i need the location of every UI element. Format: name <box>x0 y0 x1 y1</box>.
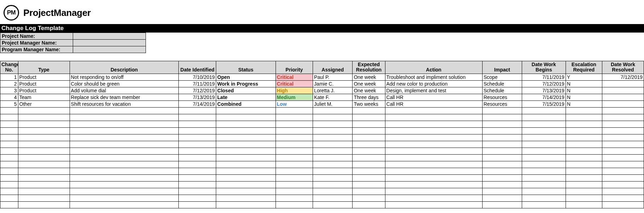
cell-empty[interactable] <box>0 201 18 208</box>
cell-date-wb[interactable]: 7/11/2019 <box>522 74 566 80</box>
cell-desc[interactable]: Shift resources for vacation <box>70 100 179 107</box>
cell-empty[interactable] <box>70 195 179 201</box>
cell-empty[interactable] <box>385 181 482 188</box>
cell-empty[interactable] <box>0 188 18 195</box>
cell-empty[interactable] <box>566 148 602 154</box>
cell-date-id[interactable]: 7/14/2019 <box>179 100 216 107</box>
cell-empty[interactable] <box>0 127 18 134</box>
cell-empty[interactable] <box>0 168 18 174</box>
cell-empty[interactable] <box>602 174 644 181</box>
cell-empty[interactable] <box>70 127 179 134</box>
cell-date-id[interactable]: 7/12/2019 <box>179 87 216 94</box>
cell-exp[interactable]: Two weeks <box>353 100 385 107</box>
cell-empty[interactable] <box>353 154 385 161</box>
cell-impact[interactable]: Resources <box>482 100 522 107</box>
cell-empty[interactable] <box>313 201 353 208</box>
cell-empty[interactable] <box>179 141 216 148</box>
cell-action[interactable]: Call HR <box>385 94 482 100</box>
cell-impact[interactable]: Resources <box>482 94 522 100</box>
cell-empty[interactable] <box>276 161 313 168</box>
cell-empty[interactable] <box>353 127 385 134</box>
cell-empty[interactable] <box>70 121 179 127</box>
cell-empty[interactable] <box>216 154 276 161</box>
cell-empty[interactable] <box>353 141 385 148</box>
cell-empty[interactable] <box>522 141 566 148</box>
cell-empty[interactable] <box>18 148 70 154</box>
cell-empty[interactable] <box>566 181 602 188</box>
cell-empty[interactable] <box>18 121 70 127</box>
cell-empty[interactable] <box>276 188 313 195</box>
cell-empty[interactable] <box>482 201 522 208</box>
cell-date-wb[interactable]: 7/15/2019 <box>522 100 566 107</box>
cell-empty[interactable] <box>522 174 566 181</box>
cell-empty[interactable] <box>482 141 522 148</box>
cell-empty[interactable] <box>566 188 602 195</box>
cell-empty[interactable] <box>602 107 644 114</box>
cell-empty[interactable] <box>482 121 522 127</box>
cell-empty[interactable] <box>602 141 644 148</box>
cell-empty[interactable] <box>216 181 276 188</box>
cell-empty[interactable] <box>566 127 602 134</box>
cell-empty[interactable] <box>353 188 385 195</box>
cell-empty[interactable] <box>70 148 179 154</box>
cell-empty[interactable] <box>18 181 70 188</box>
cell-empty[interactable] <box>385 148 482 154</box>
cell-empty[interactable] <box>0 114 18 121</box>
cell-empty[interactable] <box>602 134 644 141</box>
cell-empty[interactable] <box>18 114 70 121</box>
cell-empty[interactable] <box>522 121 566 127</box>
cell-empty[interactable] <box>313 141 353 148</box>
cell-type[interactable]: Product <box>18 87 70 94</box>
cell-type[interactable]: Other <box>18 100 70 107</box>
cell-empty[interactable] <box>18 168 70 174</box>
cell-date-wb[interactable]: 7/14/2019 <box>522 94 566 100</box>
cell-empty[interactable] <box>353 148 385 154</box>
cell-empty[interactable] <box>522 188 566 195</box>
cell-assigned[interactable]: Jamie C. <box>313 80 353 87</box>
cell-date-wr[interactable] <box>602 80 644 87</box>
cell-empty[interactable] <box>385 107 482 114</box>
cell-esc[interactable]: N <box>566 80 602 87</box>
cell-empty[interactable] <box>522 107 566 114</box>
cell-priority[interactable]: High <box>276 87 313 94</box>
cell-empty[interactable] <box>313 148 353 154</box>
cell-empty[interactable] <box>18 201 70 208</box>
cell-empty[interactable] <box>353 107 385 114</box>
cell-empty[interactable] <box>276 181 313 188</box>
cell-status[interactable]: Late <box>216 94 276 100</box>
cell-empty[interactable] <box>602 201 644 208</box>
cell-empty[interactable] <box>18 174 70 181</box>
cell-date-wr[interactable]: 7/12/2019 <box>602 74 644 80</box>
cell-empty[interactable] <box>70 134 179 141</box>
cell-empty[interactable] <box>70 174 179 181</box>
cell-empty[interactable] <box>522 168 566 174</box>
cell-empty[interactable] <box>566 161 602 168</box>
cell-empty[interactable] <box>482 154 522 161</box>
cell-empty[interactable] <box>482 127 522 134</box>
cell-empty[interactable] <box>216 195 276 201</box>
cell-priority[interactable]: Medium <box>276 94 313 100</box>
cell-type[interactable]: Product <box>18 80 70 87</box>
cell-date-wb[interactable]: 7/13/2019 <box>522 87 566 94</box>
cell-empty[interactable] <box>602 154 644 161</box>
cell-empty[interactable] <box>276 141 313 148</box>
cell-empty[interactable] <box>179 168 216 174</box>
cell-empty[interactable] <box>18 134 70 141</box>
cell-empty[interactable] <box>18 195 70 201</box>
cell-empty[interactable] <box>0 107 18 114</box>
cell-empty[interactable] <box>353 168 385 174</box>
cell-desc[interactable]: Color should be green <box>70 80 179 87</box>
cell-desc[interactable]: Not responding to on/off <box>70 74 179 80</box>
cell-priority[interactable]: Low <box>276 100 313 107</box>
cell-empty[interactable] <box>276 114 313 121</box>
cell-empty[interactable] <box>313 174 353 181</box>
cell-desc[interactable]: Add volume dial <box>70 87 179 94</box>
cell-empty[interactable] <box>566 154 602 161</box>
cell-empty[interactable] <box>179 154 216 161</box>
cell-empty[interactable] <box>482 161 522 168</box>
cell-no[interactable]: 4 <box>0 94 18 100</box>
cell-status[interactable]: Closed <box>216 87 276 94</box>
cell-empty[interactable] <box>385 127 482 134</box>
cell-date-wr[interactable] <box>602 87 644 94</box>
cell-empty[interactable] <box>602 161 644 168</box>
